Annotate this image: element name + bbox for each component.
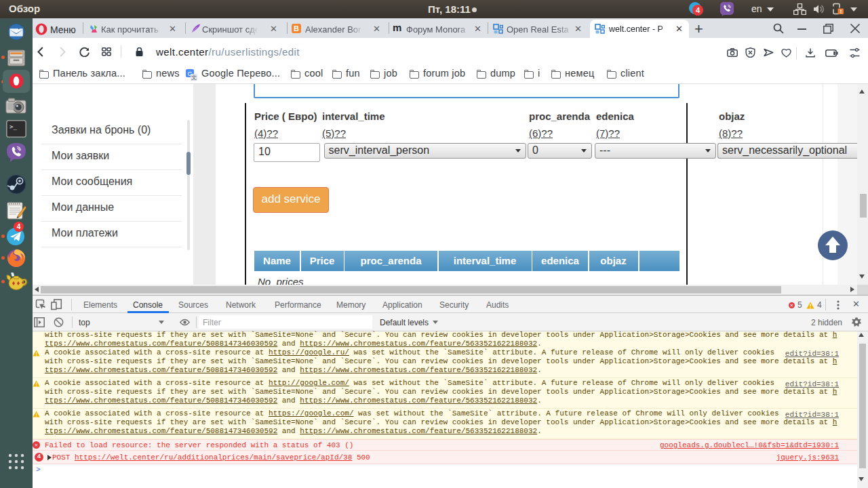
svg-text:文: 文 xyxy=(191,74,197,81)
svg-text:>_: >_ xyxy=(9,123,17,130)
